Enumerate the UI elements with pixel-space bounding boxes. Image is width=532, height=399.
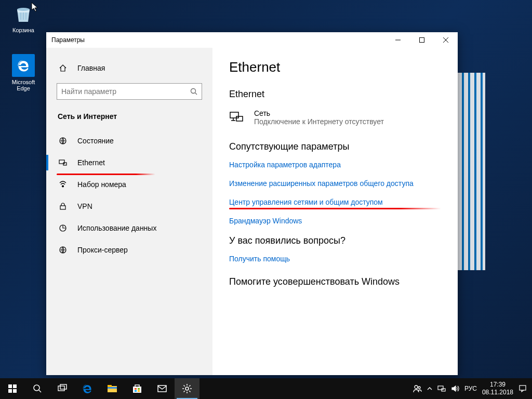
- start-button[interactable]: [0, 378, 25, 399]
- ethernet-icon: [58, 158, 68, 167]
- language-indicator[interactable]: РУС: [464, 385, 477, 392]
- system-tray: РУС 17:39 08.11.2018: [407, 378, 532, 399]
- sidebar: Главная Сеть и Интернет Состояние Ethern…: [46, 48, 212, 375]
- link-adapter-settings[interactable]: Настройка параметров адаптера: [229, 161, 441, 169]
- sidebar-item-label: Состояние: [77, 137, 114, 145]
- sidebar-item-label: Прокси-сервер: [77, 246, 128, 254]
- svg-point-8: [191, 89, 196, 94]
- svg-rect-1: [20, 12, 21, 20]
- svg-rect-23: [8, 389, 12, 393]
- network-name: Сеть: [254, 109, 384, 117]
- sidebar-item-label: Набор номера: [77, 180, 126, 189]
- section-heading: Ethernet: [229, 89, 441, 100]
- sidebar-item-status[interactable]: Состояние: [46, 130, 212, 152]
- svg-point-13: [62, 185, 64, 187]
- sidebar-item-vpn[interactable]: VPN: [46, 195, 212, 217]
- svg-rect-33: [135, 388, 137, 390]
- recycle-bin-icon: [12, 2, 35, 25]
- desktop-icon-label: Корзина: [5, 27, 42, 33]
- svg-rect-24: [13, 389, 17, 393]
- taskbar-mail[interactable]: [150, 378, 175, 399]
- svg-rect-21: [8, 384, 12, 388]
- sidebar-item-proxy[interactable]: Прокси-сервер: [46, 239, 212, 261]
- datausage-icon: [58, 224, 68, 232]
- sidebar-home-label: Главная: [77, 64, 105, 72]
- volume-icon[interactable]: [451, 384, 459, 393]
- svg-rect-30: [108, 385, 112, 387]
- taskbar-store[interactable]: [125, 378, 150, 399]
- svg-point-0: [17, 8, 30, 11]
- action-center-icon[interactable]: [518, 384, 527, 393]
- wallpaper-light-beams: [457, 73, 485, 270]
- link-get-help[interactable]: Получить помощь: [229, 255, 441, 263]
- task-view-button[interactable]: [50, 378, 75, 399]
- improve-heading: Помогите усовершенствовать Windows: [229, 276, 441, 287]
- svg-rect-3: [25, 12, 26, 20]
- svg-rect-41: [438, 386, 443, 390]
- desktop-icon-label: Microsoft Edge: [5, 79, 42, 91]
- svg-point-38: [185, 387, 189, 390]
- svg-rect-37: [158, 385, 166, 392]
- vpn-icon: [58, 202, 68, 210]
- link-network-sharing-center[interactable]: Центр управления сетями и общим доступом: [229, 198, 441, 206]
- taskbar-search-button[interactable]: [25, 378, 50, 399]
- network-tray-icon[interactable]: [437, 384, 446, 393]
- sidebar-home[interactable]: Главная: [46, 57, 212, 79]
- svg-rect-17: [230, 112, 238, 118]
- people-icon[interactable]: [413, 384, 422, 393]
- svg-rect-35: [135, 390, 137, 392]
- help-heading: У вас появились вопросы?: [229, 235, 441, 246]
- network-icon: [229, 110, 247, 125]
- sidebar-item-datausage[interactable]: Использование данных: [46, 217, 212, 239]
- taskbar-clock[interactable]: 17:39 08.11.2018: [482, 381, 513, 396]
- svg-rect-14: [60, 206, 65, 209]
- search-input[interactable]: [61, 87, 190, 96]
- dialup-icon: [58, 180, 68, 189]
- search-box[interactable]: [57, 83, 202, 100]
- svg-line-9: [195, 93, 197, 95]
- titlebar[interactable]: Параметры: [46, 32, 458, 48]
- taskbar: РУС 17:39 08.11.2018: [0, 378, 532, 399]
- sidebar-item-label: Использование данных: [77, 224, 156, 232]
- proxy-icon: [58, 246, 68, 254]
- clock-time: 17:39: [482, 381, 513, 389]
- svg-point-39: [415, 385, 418, 389]
- home-icon: [58, 64, 68, 72]
- taskbar-settings[interactable]: [175, 378, 200, 399]
- sidebar-item-label: VPN: [77, 202, 92, 210]
- related-heading: Сопутствующие параметры: [229, 141, 441, 152]
- content-pane: Ethernet Ethernet Сеть Подключение к Инт…: [212, 48, 458, 375]
- sidebar-item-ethernet[interactable]: Ethernet: [46, 152, 212, 174]
- maximize-button[interactable]: [410, 32, 434, 48]
- edge-icon: [12, 54, 35, 77]
- svg-rect-43: [520, 385, 526, 390]
- tray-chevron-up-icon[interactable]: [427, 386, 432, 391]
- svg-point-40: [418, 387, 420, 389]
- link-label: Центр управления сетями и общим доступом: [229, 198, 383, 206]
- sidebar-section-title: Сеть и Интернет: [46, 109, 212, 130]
- minimize-button[interactable]: [386, 32, 410, 48]
- sidebar-item-dialup[interactable]: Набор номера: [46, 174, 212, 195]
- desktop-icon-edge[interactable]: Microsoft Edge: [5, 54, 42, 91]
- svg-rect-27: [58, 386, 64, 391]
- taskbar-edge[interactable]: [75, 378, 100, 399]
- link-windows-firewall[interactable]: Брандмауэр Windows: [229, 217, 441, 225]
- settings-window: Параметры Главная Сеть и Интернет Состоя…: [46, 32, 458, 375]
- svg-rect-28: [60, 384, 66, 389]
- svg-rect-32: [133, 387, 141, 393]
- close-button[interactable]: [434, 32, 458, 48]
- svg-rect-34: [138, 388, 140, 390]
- annotation-underline: [229, 208, 441, 209]
- page-title: Ethernet: [229, 59, 441, 75]
- svg-rect-2: [23, 12, 24, 20]
- desktop-icon-recycle-bin[interactable]: Корзина: [5, 2, 42, 33]
- clock-date: 08.11.2018: [482, 389, 513, 396]
- search-icon: [190, 88, 197, 95]
- network-status: Подключение к Интернету отсутствует: [254, 117, 384, 126]
- taskbar-explorer[interactable]: [100, 378, 125, 399]
- network-status-block[interactable]: Сеть Подключение к Интернету отсутствует: [229, 109, 441, 126]
- svg-line-26: [39, 390, 41, 392]
- svg-rect-22: [13, 384, 17, 388]
- link-advanced-sharing[interactable]: Изменение расширенных параметров общего …: [229, 179, 441, 188]
- svg-rect-18: [236, 116, 243, 121]
